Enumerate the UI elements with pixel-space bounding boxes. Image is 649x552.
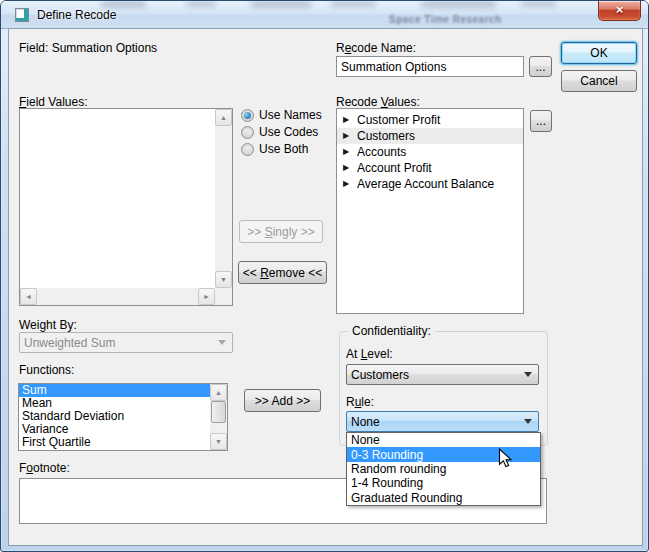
- radio-use-both[interactable]: [241, 143, 254, 156]
- close-button[interactable]: ×: [598, 1, 641, 21]
- scroll-up-icon[interactable]: [215, 109, 232, 126]
- chevron-down-icon: [524, 419, 532, 424]
- radio-use-names[interactable]: [241, 109, 254, 122]
- confidentiality-label: Confidentiality:: [348, 324, 435, 338]
- weight-by-label: Weight By:: [19, 318, 77, 332]
- list-item[interactable]: Median: [19, 449, 210, 451]
- vertical-scrollbar[interactable]: [210, 384, 227, 450]
- close-icon: ×: [616, 2, 624, 17]
- scroll-down-icon[interactable]: [215, 271, 232, 288]
- field-values-label: Field Values:: [19, 95, 88, 109]
- scrollbar-corner: [215, 288, 232, 305]
- ok-button[interactable]: OK: [561, 42, 637, 64]
- titlebar-artifact: [251, 1, 311, 7]
- scroll-down-icon[interactable]: [210, 433, 227, 450]
- field-info-value: Summation Options: [52, 41, 157, 55]
- field-info-label: Field:: [19, 41, 48, 55]
- recode-values-browse-button[interactable]: ...: [530, 110, 552, 132]
- functions-items: Sum Mean Standard Deviation Variance Fir…: [19, 384, 210, 450]
- titlebar-artifact: [101, 1, 146, 7]
- radio-row-use-both[interactable]: Use Both: [241, 142, 308, 156]
- recode-name-input[interactable]: [336, 56, 524, 77]
- scroll-left-icon[interactable]: [20, 288, 37, 305]
- chevron-down-icon: [218, 340, 226, 345]
- radio-use-codes-label: Use Codes: [259, 125, 318, 139]
- tree-item[interactable]: Account Profit: [337, 160, 523, 176]
- scrollbar-thumb[interactable]: [211, 401, 226, 423]
- define-recode-dialog: Space Time Research Define Recode × Fiel…: [0, 0, 649, 552]
- functions-label: Functions:: [19, 363, 74, 377]
- at-level-combobox[interactable]: Customers: [346, 364, 539, 385]
- add-button[interactable]: >> Add >>: [244, 389, 321, 412]
- horizontal-scrollbar[interactable]: [20, 288, 215, 305]
- singly-button: >> Singly >>: [239, 220, 323, 243]
- recode-name-browse-button[interactable]: ...: [529, 56, 552, 77]
- radio-use-names-label: Use Names: [259, 108, 322, 122]
- expand-arrow-icon[interactable]: [343, 144, 357, 160]
- recode-values-tree[interactable]: Customer Profit Customers Accounts Accou…: [336, 108, 524, 314]
- expand-arrow-icon[interactable]: [343, 128, 357, 144]
- titlebar-artifact: [521, 1, 556, 6]
- title-bar[interactable]: Space Time Research Define Recode ×: [1, 1, 649, 29]
- window-title: Define Recode: [37, 8, 116, 22]
- at-level-value: Customers: [351, 368, 524, 382]
- dropdown-option[interactable]: Graduated Rounding: [347, 491, 540, 505]
- footnote-label: Footnote:: [19, 461, 70, 475]
- tree-item[interactable]: Average Account Balance: [337, 176, 523, 192]
- tree-item[interactable]: Accounts: [337, 144, 523, 160]
- field-values-listbox[interactable]: [19, 108, 233, 306]
- mouse-cursor: [498, 448, 513, 470]
- titlebar-artifact: [421, 1, 496, 7]
- expand-arrow-icon[interactable]: [343, 160, 357, 176]
- at-level-label: At Level:: [346, 347, 393, 361]
- expand-arrow-icon[interactable]: [343, 176, 357, 192]
- recode-values-label: Recode Values:: [336, 95, 420, 109]
- chevron-down-icon: [524, 372, 532, 377]
- radio-use-both-label: Use Both: [259, 142, 308, 156]
- recode-name-label: Recode Name:: [336, 41, 416, 55]
- vertical-scrollbar[interactable]: [215, 109, 232, 288]
- rule-value: None: [351, 415, 524, 429]
- app-icon: [15, 8, 29, 22]
- radio-row-use-codes[interactable]: Use Codes: [241, 125, 318, 139]
- functions-listbox[interactable]: Sum Mean Standard Deviation Variance Fir…: [18, 383, 228, 451]
- titlebar-artifact: [186, 1, 216, 6]
- rule-label: Rule:: [346, 395, 374, 409]
- weight-by-combobox: Unweighted Sum: [19, 332, 233, 353]
- scroll-right-icon[interactable]: [198, 288, 215, 305]
- tree-item[interactable]: Customer Profit: [337, 112, 523, 128]
- background-window-text: Space Time Research: [389, 14, 502, 25]
- radio-use-codes[interactable]: [241, 126, 254, 139]
- radio-row-use-names[interactable]: Use Names: [241, 108, 322, 122]
- expand-arrow-icon[interactable]: [343, 112, 357, 128]
- dropdown-option[interactable]: None: [347, 433, 540, 447]
- titlebar-artifact: [331, 1, 376, 6]
- field-info: Field: Summation Options: [19, 41, 157, 55]
- cancel-button[interactable]: Cancel: [561, 70, 637, 92]
- dropdown-option[interactable]: 1-4 Rounding: [347, 476, 540, 490]
- tree-item[interactable]: Customers: [337, 128, 523, 144]
- weight-by-value: Unweighted Sum: [24, 336, 218, 350]
- remove-button[interactable]: << Remove <<: [238, 261, 327, 284]
- scroll-up-icon[interactable]: [210, 384, 227, 401]
- rule-combobox[interactable]: None: [346, 411, 539, 432]
